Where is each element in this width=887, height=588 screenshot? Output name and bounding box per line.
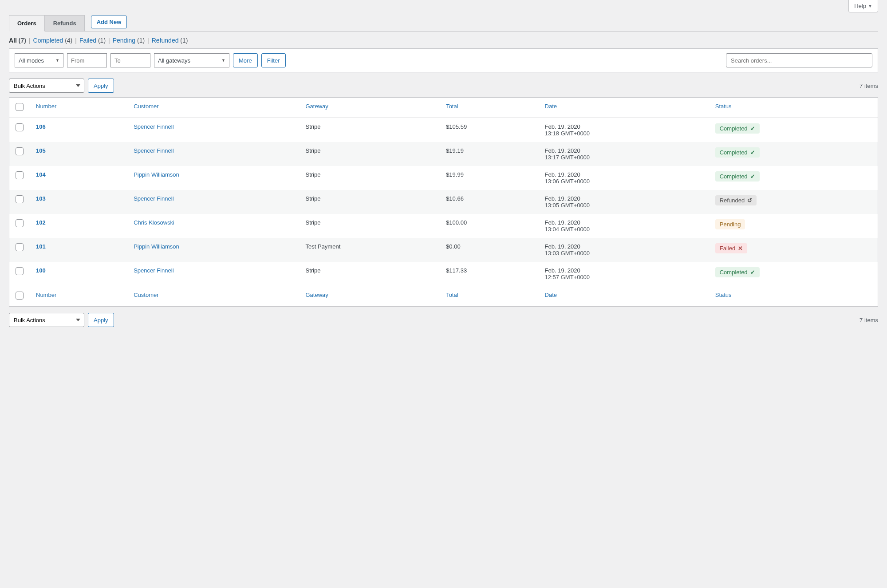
order-number-link[interactable]: 100 — [36, 267, 46, 274]
time-value: 13:04 GMT+0000 — [545, 226, 590, 233]
tab-orders[interactable]: Orders — [9, 15, 45, 32]
select-all-checkbox-top[interactable] — [16, 103, 24, 111]
col-total[interactable]: Total — [446, 103, 458, 110]
date-value: Feb. 19, 2020 — [545, 267, 580, 274]
date-value: Feb. 19, 2020 — [545, 195, 580, 202]
gateway-value: Test Payment — [306, 243, 341, 250]
status-badge: Completed ✓ — [715, 123, 760, 134]
time-value: 13:06 GMT+0000 — [545, 178, 590, 185]
orders-table: Number Customer Gateway Total Date Statu… — [9, 97, 878, 307]
customer-link[interactable]: Spencer Finnell — [134, 123, 173, 130]
total-value: $117.33 — [446, 267, 467, 274]
gateway-value: Stripe — [306, 147, 321, 154]
gateway-value: Stripe — [306, 267, 321, 274]
time-value: 13:17 GMT+0000 — [545, 154, 590, 161]
items-count-top: 7 items — [859, 83, 878, 89]
table-row: 100Spencer FinnellStripe$117.33Feb. 19, … — [9, 262, 878, 286]
help-dropdown[interactable]: Help ▼ — [848, 0, 878, 12]
total-value: $10.66 — [446, 195, 464, 202]
table-row: 104Pippin WilliamsonStripe$19.99Feb. 19,… — [9, 166, 878, 190]
modes-select-label: All modes — [19, 57, 44, 64]
gateway-value: Stripe — [306, 123, 321, 130]
help-label: Help — [854, 3, 866, 9]
filter-all[interactable]: All (7) — [9, 37, 26, 44]
row-checkbox[interactable] — [16, 267, 24, 275]
row-checkbox[interactable] — [16, 171, 24, 179]
total-value: $105.59 — [446, 123, 467, 130]
date-to-input[interactable] — [110, 53, 150, 67]
gateways-select[interactable]: All gateways ▼ — [154, 53, 229, 67]
col-total[interactable]: Total — [446, 292, 458, 298]
customer-link[interactable]: Spencer Finnell — [134, 147, 173, 154]
select-all-checkbox-bottom[interactable] — [16, 292, 24, 300]
apply-button-top[interactable]: Apply — [88, 79, 114, 93]
gateways-select-label: All gateways — [158, 57, 190, 64]
filter-refunded[interactable]: Refunded (1) — [152, 37, 188, 44]
gateway-value: Stripe — [306, 171, 321, 178]
bulk-actions-select-top[interactable]: Bulk Actions — [9, 79, 84, 93]
col-number[interactable]: Number — [36, 103, 56, 110]
customer-link[interactable]: Spencer Finnell — [134, 195, 173, 202]
add-new-button[interactable]: Add New — [91, 16, 127, 28]
col-status[interactable]: Status — [715, 292, 732, 298]
col-date[interactable]: Date — [545, 103, 557, 110]
more-button[interactable]: More — [233, 53, 258, 67]
status-badge: Completed ✓ — [715, 267, 760, 277]
chevron-down-icon: ▼ — [868, 4, 872, 8]
table-row: 103Spencer FinnellStripe$10.66Feb. 19, 2… — [9, 190, 878, 214]
col-gateway[interactable]: Gateway — [306, 292, 328, 298]
refunded-icon: ↺ — [747, 197, 752, 204]
status-badge: Pending — [715, 219, 745, 229]
col-status[interactable]: Status — [715, 103, 732, 110]
apply-button-bottom[interactable]: Apply — [88, 313, 114, 327]
completed-icon: ✓ — [750, 149, 755, 156]
time-value: 12:57 GMT+0000 — [545, 274, 590, 280]
table-row: 106Spencer FinnellStripe$105.59Feb. 19, … — [9, 118, 878, 142]
time-value: 13:18 GMT+0000 — [545, 130, 590, 137]
order-number-link[interactable]: 105 — [36, 147, 46, 154]
col-customer[interactable]: Customer — [134, 292, 158, 298]
col-number[interactable]: Number — [36, 292, 56, 298]
filter-failed[interactable]: Failed (1) — [79, 37, 106, 44]
row-checkbox[interactable] — [16, 147, 24, 155]
row-checkbox[interactable] — [16, 243, 24, 251]
bulk-actions-select-bottom[interactable]: Bulk Actions — [9, 313, 84, 327]
order-number-link[interactable]: 103 — [36, 195, 46, 202]
col-date[interactable]: Date — [545, 292, 557, 298]
tab-refunds[interactable]: Refunds — [45, 15, 85, 31]
date-from-input[interactable] — [67, 53, 107, 67]
order-number-link[interactable]: 102 — [36, 219, 46, 226]
customer-link[interactable]: Pippin Williamson — [134, 171, 179, 178]
order-number-link[interactable]: 106 — [36, 123, 46, 130]
gateway-value: Stripe — [306, 219, 321, 226]
chevron-down-icon: ▼ — [55, 58, 59, 63]
order-number-link[interactable]: 101 — [36, 243, 46, 250]
col-gateway[interactable]: Gateway — [306, 103, 328, 110]
customer-link[interactable]: Spencer Finnell — [134, 267, 173, 274]
row-checkbox[interactable] — [16, 123, 24, 131]
table-row: 101Pippin WilliamsonTest Payment$0.00Feb… — [9, 238, 878, 262]
chevron-down-icon: ▼ — [221, 58, 225, 63]
completed-icon: ✓ — [750, 269, 755, 276]
date-value: Feb. 19, 2020 — [545, 147, 580, 154]
search-input[interactable] — [726, 53, 872, 67]
filter-pending[interactable]: Pending (1) — [113, 37, 145, 44]
filter-button[interactable]: Filter — [261, 53, 286, 67]
row-checkbox[interactable] — [16, 195, 24, 203]
col-customer[interactable]: Customer — [134, 103, 158, 110]
items-count-bottom: 7 items — [859, 317, 878, 324]
total-value: $100.00 — [446, 219, 467, 226]
row-checkbox[interactable] — [16, 219, 24, 227]
failed-icon: ✕ — [738, 245, 743, 252]
tab-orders-label: Orders — [17, 20, 36, 27]
order-number-link[interactable]: 104 — [36, 171, 46, 178]
completed-icon: ✓ — [750, 173, 755, 180]
total-value: $0.00 — [446, 243, 461, 250]
filter-completed[interactable]: Completed (4) — [33, 37, 73, 44]
total-value: $19.99 — [446, 171, 464, 178]
customer-link[interactable]: Pippin Williamson — [134, 243, 179, 250]
customer-link[interactable]: Chris Klosowski — [134, 219, 174, 226]
modes-select[interactable]: All modes ▼ — [15, 53, 63, 67]
status-badge: Failed ✕ — [715, 243, 747, 253]
status-badge: Completed ✓ — [715, 147, 760, 158]
